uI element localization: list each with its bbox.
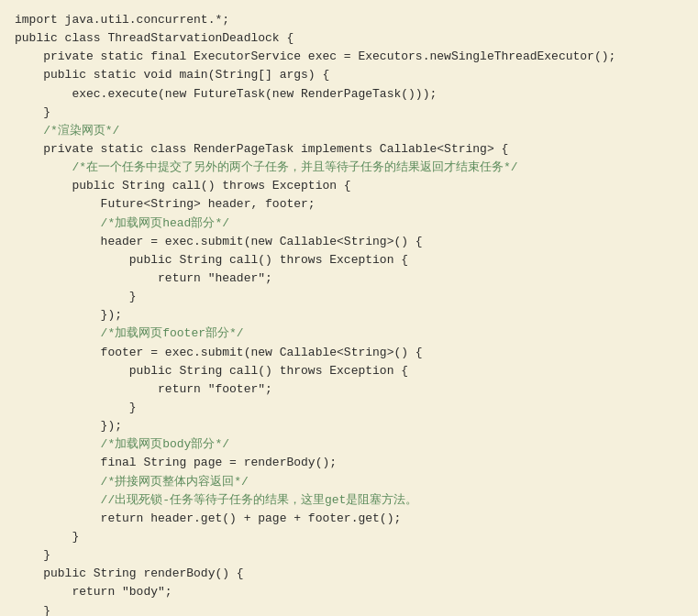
code-line: }	[15, 288, 683, 306]
code-container: import java.util.concurrent.*;public cla…	[0, 0, 698, 616]
code-block: import java.util.concurrent.*;public cla…	[15, 11, 683, 616]
code-line: header = exec.submit(new Callable<String…	[15, 233, 683, 251]
code-line: /*渲染网页*/	[15, 122, 683, 140]
code-line: Future<String> header, footer;	[15, 195, 683, 214]
code-line: });	[15, 306, 683, 324]
code-line: final String page = renderBody();	[15, 454, 683, 472]
code-line: }	[15, 104, 683, 122]
code-line: /*加载网页footer部分*/	[15, 324, 683, 343]
code-line: }	[15, 399, 683, 417]
code-line: }	[15, 528, 683, 546]
code-line: }	[15, 546, 683, 565]
code-line: import java.util.concurrent.*;	[15, 11, 683, 29]
code-line: public class ThreadStarvationDeadlock {	[15, 29, 683, 48]
code-line: footer = exec.submit(new Callable<String…	[15, 344, 683, 362]
code-line: return "footer";	[15, 380, 683, 399]
code-line: public String renderBody() {	[15, 565, 683, 583]
code-line: });	[15, 417, 683, 435]
code-line: exec.execute(new FutureTask(new RenderPa…	[15, 85, 683, 104]
code-line: //出现死锁-任务等待子任务的结果，这里get是阻塞方法。	[15, 491, 683, 510]
code-line: public String call() throws Exception {	[15, 251, 683, 270]
code-line: return header.get() + page + footer.get(…	[15, 510, 683, 528]
code-line: /*加载网页head部分*/	[15, 214, 683, 233]
code-line: return "header";	[15, 270, 683, 288]
code-line: public String call() throws Exception {	[15, 177, 683, 195]
code-line: }	[15, 602, 683, 617]
code-line: return "body";	[15, 583, 683, 601]
code-line: /*在一个任务中提交了另外的两个子任务，并且等待子任务的结果返回才结束任务*/	[15, 159, 683, 177]
code-line: private static class RenderPageTask impl…	[15, 140, 683, 159]
code-line: public String call() throws Exception {	[15, 362, 683, 380]
code-line: /*加载网页body部分*/	[15, 435, 683, 454]
code-line: /*拼接网页整体内容返回*/	[15, 473, 683, 491]
code-line: private static final ExecutorService exe…	[15, 48, 683, 66]
code-line: public static void main(String[] args) {	[15, 66, 683, 84]
